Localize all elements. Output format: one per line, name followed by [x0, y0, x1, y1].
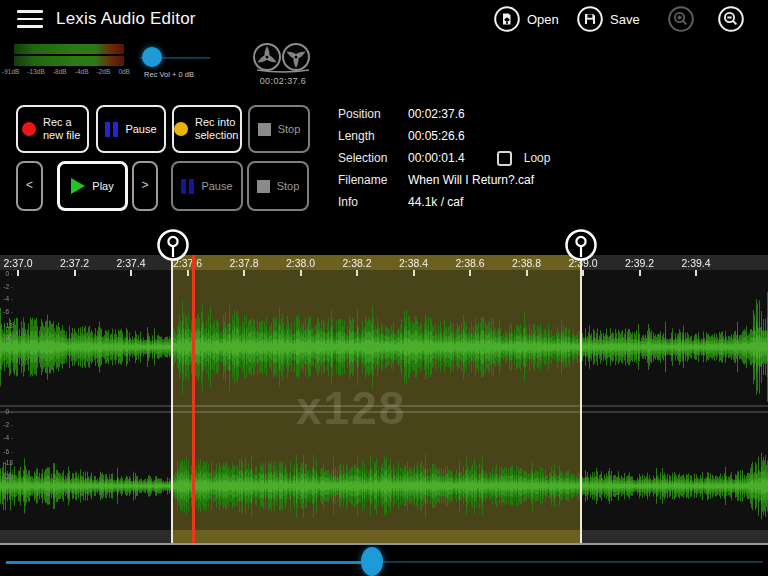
- info-row-length: Length 00:05:26.6: [338, 125, 638, 147]
- open-file-icon: [494, 6, 520, 32]
- play-pause-label: Pause: [201, 180, 232, 193]
- play-pause-button[interactable]: Pause: [171, 161, 243, 211]
- timeline-label: 2:37.0: [0, 257, 43, 269]
- zoom-in-icon: [668, 6, 694, 32]
- selection-value: 00:00:01.4: [408, 151, 465, 165]
- menu-icon[interactable]: [17, 10, 43, 30]
- db-axis-label: -30 -: [1, 334, 13, 348]
- play-stop-button[interactable]: Stop: [247, 161, 309, 211]
- zoom-out-icon: [718, 6, 744, 32]
- zoom-factor-watermark: x128: [296, 381, 406, 435]
- meter-db-label: -91dB: [2, 68, 19, 75]
- save-button-label: Save: [610, 12, 640, 27]
- play-icon: [71, 178, 85, 194]
- db-axis-label: 0 -: [1, 408, 13, 415]
- db-axis-label: -13 -: [1, 459, 13, 473]
- zoom-in-button[interactable]: [668, 6, 694, 32]
- pause-icon: [105, 122, 118, 137]
- timeline-label: 2:37.4: [106, 257, 156, 269]
- timeline-tick: [639, 270, 641, 276]
- lexis-audio-editor-window: Lexis Audio Editor Open Save: [0, 0, 768, 576]
- timeline-label: 2:38.2: [332, 257, 382, 269]
- rec-new-file-label: Rec a new file: [43, 116, 83, 141]
- rec-volume-label: Rec Vol + 0 dB: [126, 70, 212, 79]
- db-axis-label: 0 -: [1, 270, 13, 277]
- meter-db-label: -8dB: [53, 68, 67, 75]
- timeline-label: 2:37.2: [50, 257, 100, 269]
- timeline-tick: [300, 270, 302, 276]
- timeline-label: 2:38.6: [445, 257, 495, 269]
- record-pause-label: Pause: [125, 123, 156, 136]
- timeline-tick: [413, 270, 415, 276]
- selection-end-marker[interactable]: [564, 228, 598, 262]
- length-value: 00:05:26.6: [408, 129, 465, 143]
- record-level-meter: [14, 44, 124, 68]
- rec-into-selection-button[interactable]: Rec into selection: [172, 105, 242, 153]
- rec-volume-slider-handle[interactable]: [142, 47, 162, 67]
- selection-end-line: [580, 255, 582, 545]
- meter-bar-right: [14, 56, 124, 66]
- zoom-out-button[interactable]: [718, 6, 744, 32]
- rec-into-selection-label: Rec into selection: [195, 116, 240, 141]
- meter-bar-left: [14, 44, 124, 54]
- waveform-border: [0, 543, 768, 545]
- tape-counter-time: 00:02:37.6: [248, 76, 318, 86]
- selection-start-marker[interactable]: [156, 228, 190, 262]
- pause-icon: [181, 179, 194, 194]
- timeline-label: 2:39.4: [671, 257, 721, 269]
- record-pause-button[interactable]: Pause: [96, 105, 166, 153]
- loop-checkbox[interactable]: [497, 151, 512, 166]
- info-row-info: Info 44.1k / caf: [338, 191, 638, 213]
- scrollbar-track-elapsed[interactable]: [6, 561, 361, 564]
- step-forward-button[interactable]: >: [132, 161, 158, 211]
- save-floppy-icon: [577, 6, 603, 32]
- selection-start-line: [171, 255, 173, 545]
- db-axis-label: -6 -: [1, 308, 13, 315]
- db-axis-label: -4 -: [1, 434, 13, 441]
- step-forward-label: >: [141, 179, 148, 193]
- stop-icon: [258, 123, 271, 136]
- info-row-filename: Filename When Will I Return?.caf: [338, 169, 638, 191]
- loop-checkbox-label: Loop: [524, 151, 551, 165]
- step-back-label: <: [26, 179, 33, 193]
- page-title: Lexis Audio Editor: [56, 9, 196, 29]
- playhead-cursor: [192, 255, 195, 545]
- meter-db-scale: -91dB-13dB-8dB-4dB-2dB0dB: [2, 68, 130, 75]
- open-button-label: Open: [527, 12, 559, 27]
- tape-reels-icon: [248, 42, 318, 76]
- timeline-label: 2:38.8: [502, 257, 552, 269]
- meter-db-label: -4dB: [75, 68, 89, 75]
- timeline-tick: [130, 270, 132, 276]
- step-back-button[interactable]: <: [16, 161, 43, 211]
- timeline-label: 2:39.2: [615, 257, 665, 269]
- db-axis-label: -4 -: [1, 295, 13, 302]
- record-stop-label: Stop: [278, 123, 301, 136]
- play-button[interactable]: Play: [57, 161, 128, 211]
- timeline-label: 2:37.8: [219, 257, 269, 269]
- stop-icon: [257, 180, 270, 193]
- info-label: Info: [338, 195, 408, 209]
- timeline-tick: [187, 270, 189, 276]
- timeline-label: 2:38.0: [276, 257, 326, 269]
- info-row-selection: Selection 00:00:01.4 Loop: [338, 147, 638, 169]
- timeline-tick: [582, 270, 584, 276]
- db-axis-label: -30 -: [1, 473, 13, 487]
- play-stop-label: Stop: [277, 180, 300, 193]
- scrollbar-handle[interactable]: [361, 547, 383, 576]
- open-button[interactable]: Open: [494, 6, 559, 32]
- save-button[interactable]: Save: [577, 6, 640, 32]
- filename-value: When Will I Return?.caf: [408, 173, 534, 187]
- position-label: Position: [338, 107, 408, 121]
- timeline-tick: [74, 270, 76, 276]
- timeline-tick: [243, 270, 245, 276]
- scrollbar-track-remaining[interactable]: [383, 561, 763, 563]
- timeline-tick: [17, 270, 19, 276]
- timeline-tick: [469, 270, 471, 276]
- record-into-selection-icon: [174, 122, 188, 136]
- record-stop-button[interactable]: Stop: [248, 105, 310, 153]
- timeline-tick: [695, 270, 697, 276]
- rec-new-file-button[interactable]: Rec a new file: [16, 105, 89, 153]
- db-axis-label: -2 -: [1, 283, 13, 290]
- position-value: 00:02:37.6: [408, 107, 465, 121]
- info-value: 44.1k / caf: [408, 195, 463, 209]
